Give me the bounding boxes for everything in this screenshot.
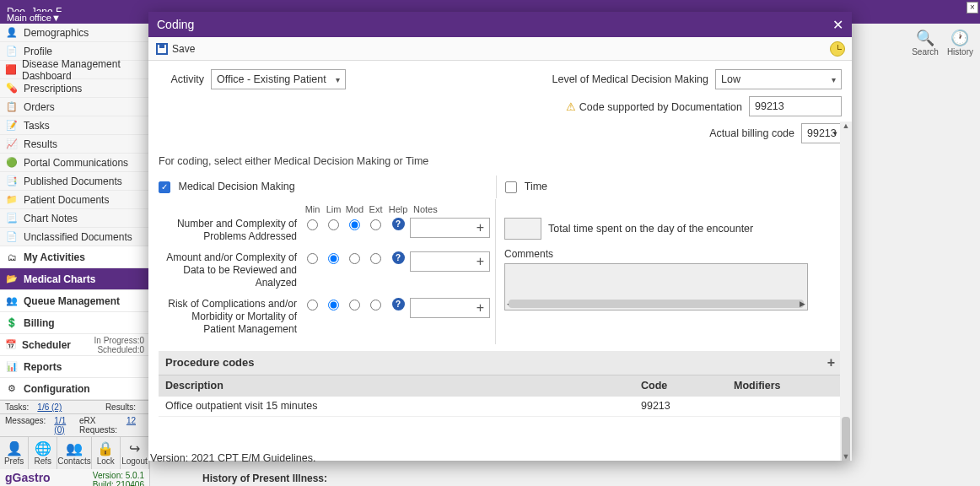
sidebar-main-icon: 📅 (5, 338, 17, 352)
actual-code-select[interactable]: 99213▾ (801, 123, 842, 143)
sidebar-item[interactable]: 📝Tasks (0, 116, 149, 135)
mdm-radio[interactable] (349, 253, 360, 264)
vertical-scrollbar[interactable]: ▲ ▼ (840, 122, 852, 461)
modal-close-button[interactable]: ✕ (832, 17, 843, 33)
scroll-up-icon[interactable]: ▲ (840, 122, 852, 130)
sidebar-item-label: Patient Documents (24, 194, 109, 206)
help-icon[interactable]: ? (392, 251, 405, 264)
total-time-label: Total time spent on the day of the encou… (548, 223, 753, 235)
sidebar-main-item[interactable]: 🗂My Activities (0, 246, 149, 268)
mdm-row-label: Amount and/or Complexity of Data to be R… (159, 251, 302, 289)
sidebar-main-icon: 🗂 (5, 251, 19, 264)
sidebar-item[interactable]: 📑Published Documents (0, 172, 149, 191)
sidebar-item[interactable]: 🟢Portal Communications (0, 154, 149, 172)
modal-title: Coding (157, 18, 194, 31)
contacts-label: Contacts (57, 456, 90, 466)
procedure-row[interactable]: Office outpatient visit 15 minutes99213 (159, 397, 842, 417)
messages-label: Messages: (5, 416, 46, 435)
mdm-radio[interactable] (328, 219, 339, 230)
sidebar-main-icon: 👥 (5, 294, 19, 308)
mdm-radio[interactable] (370, 300, 381, 310)
help-icon[interactable]: ? (392, 298, 405, 310)
save-button[interactable]: Save (155, 42, 195, 56)
sidebar-main-item[interactable]: 📂Medical Charts (0, 268, 149, 290)
version-note: Version: 2021 CPT E/M Guidelines. (150, 452, 315, 464)
sidebar-main-item[interactable]: ⚙Configuration (0, 378, 149, 400)
supported-code-input[interactable]: 99213 (749, 96, 842, 116)
sidebar-main-item[interactable]: 📊Reports (0, 356, 149, 378)
sidebar-item[interactable]: 💊Prescriptions (0, 79, 149, 98)
logout-label: Logout (121, 456, 148, 466)
messages-value[interactable]: 1/1 (0) (54, 416, 71, 435)
clock-icon[interactable] (830, 41, 845, 57)
sidebar-main-label: Billing (24, 317, 55, 329)
add-note-icon[interactable]: + (477, 220, 484, 235)
logout-button[interactable]: ↪Logout (121, 437, 149, 469)
sidebar-item-label: Orders (24, 101, 55, 113)
sidebar-item[interactable]: 🟥Disease Management Dashboard (0, 61, 149, 79)
add-note-icon[interactable]: + (477, 300, 484, 316)
instruction-text: For coding, select either Medical Decisi… (159, 155, 842, 167)
sidebar-item-label: Portal Communications (24, 157, 128, 169)
procedure-column-headers: Description Code Modifiers (159, 375, 842, 397)
mdm-checkbox[interactable]: ✓ (159, 181, 170, 193)
time-checkbox[interactable] (505, 181, 517, 193)
sidebar-item-icon: 📄 (5, 45, 19, 58)
history-label: History (947, 47, 973, 57)
location-label: Main office (7, 13, 51, 23)
sidebar-main-item[interactable]: 💲Billing (0, 312, 149, 334)
sidebar-item-label: Demographics (24, 27, 89, 39)
lock-button[interactable]: 🔒Lock (92, 437, 121, 469)
sidebar-item[interactable]: 👤Demographics (0, 24, 149, 42)
add-procedure-button[interactable]: + (827, 355, 835, 370)
refs-button[interactable]: 🌐Refs (29, 437, 57, 469)
coding-modal: Coding ✕ Save Activity Office - Existing… (148, 12, 852, 461)
mdm-radio[interactable] (370, 253, 381, 264)
tasks-value[interactable]: 1/6 (2) (37, 402, 62, 412)
add-note-icon[interactable]: + (477, 254, 484, 269)
erx-value[interactable]: 12 (127, 416, 136, 435)
modal-header: Coding ✕ (148, 12, 852, 37)
sidebar-main-item[interactable]: 📅SchedulerIn Progress:0 Scheduled:0 (0, 334, 149, 356)
sidebar-item[interactable]: 📄Unclassified Documents (0, 228, 149, 246)
help-icon[interactable]: ? (392, 218, 405, 230)
search-button[interactable]: 🔍Search (912, 29, 939, 57)
mdm-radio[interactable] (307, 219, 318, 230)
history-button[interactable]: 🕐History (947, 29, 973, 57)
results-label: Results: (105, 402, 136, 412)
mdm-radio[interactable] (307, 300, 318, 310)
prefs-button[interactable]: 👤Prefs (0, 437, 29, 469)
horizontal-scrollbar[interactable] (509, 300, 804, 308)
bottom-toolbar: 👤Prefs 🌐Refs 👥Contacts 🔒Lock ↪Logout (0, 436, 149, 469)
sidebar-item[interactable]: 📋Orders (0, 98, 149, 116)
sidebar-badge: In Progress:0 Scheduled:0 (71, 336, 144, 354)
sidebar-main-item[interactable]: 👥Queue Management (0, 290, 149, 312)
notes-input[interactable]: + (410, 218, 490, 238)
mdm-row-label: Number and Complexity of Problems Addres… (159, 218, 302, 243)
mdm-radio[interactable] (328, 253, 339, 264)
sidebar-item-icon: 📋 (5, 100, 19, 114)
comments-textarea[interactable]: ◀ ▶ (504, 263, 808, 310)
mdm-radio[interactable] (328, 300, 339, 310)
sidebar-item-icon: 📈 (5, 138, 19, 151)
mdm-radio[interactable] (349, 219, 360, 230)
mdm-radio[interactable] (349, 300, 360, 310)
scroll-right-icon[interactable]: ▶ (800, 300, 805, 308)
logout-icon: ↪ (121, 440, 148, 456)
app-close-button[interactable]: × (967, 2, 978, 14)
mdm-radio[interactable] (370, 219, 381, 230)
scroll-down-icon[interactable]: ▼ (840, 452, 852, 461)
contacts-button[interactable]: 👥Contacts (57, 437, 91, 469)
sidebar-item[interactable]: 📁Patient Documents (0, 191, 149, 209)
sidebar-item-label: Tasks (24, 120, 50, 132)
total-time-input[interactable] (504, 218, 541, 240)
chevron-down-icon: ▾ (833, 129, 837, 138)
activity-select[interactable]: Office - Existing Patient (211, 69, 346, 89)
notes-input[interactable]: + (410, 298, 490, 318)
notes-input[interactable]: + (410, 251, 490, 272)
level-select[interactable]: Low (715, 69, 842, 89)
mdm-radio[interactable] (307, 253, 318, 264)
sidebar-item[interactable]: 📃Chart Notes (0, 209, 149, 228)
sidebar-item[interactable]: 📈Results (0, 135, 149, 154)
lock-icon: 🔒 (92, 440, 120, 456)
